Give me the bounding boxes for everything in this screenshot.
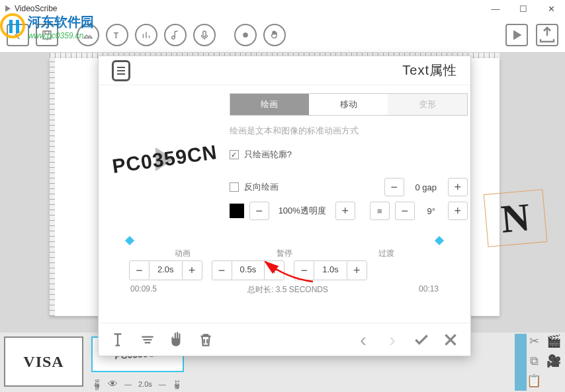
visibility-icon[interactable]: 👁: [108, 378, 118, 389]
tab-draw[interactable]: 绘画: [230, 94, 309, 115]
canvas-selected-element[interactable]: N: [484, 189, 548, 247]
timeline-tools: ✂ 🎬 ⧉ 🎥 📋: [525, 333, 562, 389]
camera-icon[interactable]: 🎬: [545, 333, 562, 350]
rotate-minus[interactable]: −: [395, 202, 415, 220]
rotate-plus[interactable]: +: [448, 202, 468, 220]
time-total: 总时长: 3.5 SECONDS: [247, 284, 328, 295]
anim-label: 动画: [175, 248, 191, 259]
app-icon: [5, 5, 11, 12]
anim-minus[interactable]: −: [130, 261, 150, 280]
reverse-checkbox[interactable]: [230, 182, 239, 192]
gap-value: 0 gap: [410, 182, 443, 192]
text-icon[interactable]: T: [106, 24, 128, 46]
minimize-button[interactable]: —: [482, 0, 509, 17]
maximize-button[interactable]: ☐: [509, 0, 537, 17]
window-title: VideoScribe: [15, 4, 58, 13]
timeline-start-handle[interactable]: [125, 236, 134, 245]
animation-tabs: 绘画 移动 变形: [230, 93, 468, 116]
next-icon[interactable]: ›: [383, 331, 402, 349]
prev-icon[interactable]: ‹: [354, 331, 372, 349]
close-button[interactable]: ✕: [537, 0, 565, 17]
text-properties-dialog: Text属性 PC0359CN 绘画 移动 变形 绘画是文本和图像的标准动画方式…: [98, 56, 471, 356]
timeline-end-handle[interactable]: [435, 236, 444, 245]
tab-hint: 绘画是文本和图像的标准动画方式: [230, 116, 468, 146]
gap-dash2: —: [159, 380, 166, 388]
mic-icon[interactable]: [193, 24, 216, 46]
hand-mode-icon[interactable]: [167, 331, 186, 349]
svg-point-5: [243, 32, 248, 38]
svg-rect-1: [45, 31, 49, 34]
confirm-icon[interactable]: [412, 331, 431, 349]
record-icon[interactable]: [234, 24, 257, 46]
menu-icon[interactable]: [112, 60, 130, 81]
camera2-icon[interactable]: 🎥: [545, 352, 562, 370]
trans-label: 过渡: [378, 248, 394, 259]
time-end: 00:13: [419, 284, 439, 295]
align-button[interactable]: ≡: [370, 202, 390, 220]
chart-icon[interactable]: [135, 24, 157, 46]
gap-minus[interactable]: −: [384, 178, 404, 196]
export-button[interactable]: [536, 24, 558, 46]
opacity-value: 100%透明度: [275, 205, 330, 217]
opacity-plus[interactable]: +: [335, 202, 355, 220]
filter-icon[interactable]: [138, 331, 157, 349]
main-toolbar: T: [0, 17, 565, 53]
trans-value: 1.0s: [314, 261, 347, 280]
timeline-card-1[interactable]: VISA: [4, 336, 83, 387]
color-swatch[interactable]: [230, 204, 244, 218]
cut-icon[interactable]: ✂: [525, 333, 543, 350]
trans-minus[interactable]: −: [294, 261, 314, 280]
edit-text-icon[interactable]: [109, 331, 128, 349]
preview-text: PC0359CN: [110, 141, 218, 178]
opacity-minus[interactable]: −: [249, 202, 269, 220]
clipboard-icon[interactable]: 📋: [525, 372, 543, 389]
pause-minus[interactable]: −: [212, 261, 232, 280]
ruler-vertical: [50, 58, 55, 316]
dialog-title: Text属性: [130, 61, 457, 79]
outline-checkbox[interactable]: ✓: [230, 150, 239, 159]
reverse-label: 反向绘画: [244, 181, 379, 193]
image-icon[interactable]: [77, 24, 99, 46]
trans-plus[interactable]: +: [347, 261, 367, 280]
anim-value: 2.0s: [150, 261, 182, 280]
preview-button[interactable]: [505, 24, 528, 46]
save-icon[interactable]: [36, 24, 58, 46]
pause-label: 暂停: [277, 248, 292, 259]
pause-plus[interactable]: +: [264, 261, 284, 280]
back-icon[interactable]: [7, 24, 29, 46]
time-start: 00:09.5: [130, 284, 157, 295]
tab-move[interactable]: 移动: [309, 94, 388, 115]
outline-label: 只绘画轮廓?: [244, 149, 292, 161]
cancel-icon[interactable]: [441, 331, 460, 349]
rotate-value: 9°: [420, 206, 443, 216]
gap-dash: —: [124, 380, 132, 388]
window-titlebar: VideoScribe — ☐ ✕: [0, 0, 565, 17]
preview-pane[interactable]: PC0359CN: [112, 93, 218, 225]
dialog-footer: ‹ ›: [99, 323, 470, 356]
anim-plus[interactable]: +: [182, 261, 202, 280]
music-icon[interactable]: [164, 24, 187, 46]
svg-rect-4: [203, 31, 206, 36]
gap-plus[interactable]: +: [448, 178, 468, 196]
pause-value: 0.5s: [232, 261, 265, 280]
svg-rect-0: [43, 31, 51, 39]
tab-morph: 变形: [388, 94, 466, 115]
copy-icon[interactable]: ⧉: [525, 352, 543, 370]
hand-icon[interactable]: [263, 24, 286, 46]
timing-section: 动画 暂停 过渡 − 2.0s + − 0.5s + − 1.0s +: [99, 225, 470, 301]
svg-text:T: T: [114, 30, 119, 40]
delete-icon[interactable]: [196, 331, 215, 349]
